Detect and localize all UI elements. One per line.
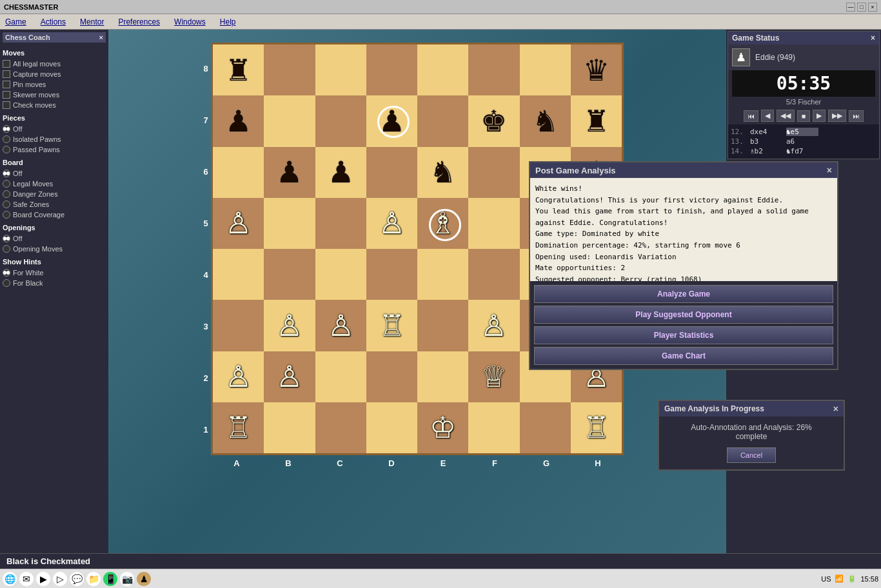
checkbox-check[interactable]: Check moves [3,101,106,109]
board-square[interactable] [366,44,417,95]
board-square[interactable]: ♜ [213,44,264,95]
game-chart-button[interactable]: Game Chart [534,347,833,365]
radio-legal-moves[interactable]: Legal Moves [3,180,106,188]
board-square[interactable] [213,300,264,351]
play-suggested-button[interactable]: Play Suggested Opponent [534,306,833,324]
board-square[interactable] [264,95,315,146]
post-game-close[interactable]: × [827,165,832,175]
checkbox-capture[interactable]: Capture moves [3,70,106,78]
menu-preferences[interactable]: Preferences [115,16,163,28]
board-square[interactable] [520,44,571,95]
radio-for-black[interactable]: For Black [3,279,106,287]
board-square[interactable]: ♔ [417,402,468,453]
board-square[interactable]: ♖ [213,402,264,453]
board-square[interactable] [417,249,468,300]
board-square[interactable]: ♞ [417,147,468,198]
gmail-icon[interactable]: ✉ [19,572,34,586]
messages-icon[interactable]: 💬 [70,572,84,586]
menu-help[interactable]: Help [217,16,239,28]
ctrl-play[interactable]: ▶ [813,110,826,122]
board-square[interactable]: ♙ [468,300,519,351]
board-square[interactable] [366,351,417,402]
board-square[interactable] [264,44,315,95]
board-square[interactable] [417,95,468,146]
board-square[interactable] [264,402,315,453]
board-square[interactable] [366,147,417,198]
chrome-icon[interactable]: 🌐 [3,572,17,586]
board-square[interactable] [417,351,468,402]
analyze-game-button[interactable]: Analyze Game [534,285,833,303]
board-square[interactable]: ♜ [571,95,622,146]
board-square[interactable] [264,198,315,249]
ctrl-back[interactable]: ◀◀ [777,110,795,122]
menu-game[interactable]: Game [3,16,29,28]
board-square[interactable]: ♛ [571,44,622,95]
checkbox-pin[interactable]: Pin moves [3,81,106,88]
radio-passed-pawns[interactable]: Passed Pawns [3,146,106,153]
board-square[interactable] [366,402,417,453]
minimize-button[interactable]: — [846,3,855,12]
radio-safe-zones[interactable]: Safe Zones [3,201,106,208]
radio-board-off[interactable]: Off [3,170,106,177]
board-square[interactable]: ♖ [571,402,622,453]
board-square[interactable] [417,44,468,95]
board-square[interactable] [366,249,417,300]
cancel-button[interactable]: Cancel [727,447,776,463]
board-square[interactable] [315,44,366,95]
board-square[interactable]: ♕ [468,351,519,402]
play-store-icon[interactable]: ▷ [53,572,67,586]
radio-pieces-off[interactable]: Off [3,125,106,133]
board-square[interactable] [315,402,366,453]
board-square[interactable]: ♞ [520,95,571,146]
board-square[interactable] [468,147,519,198]
files-icon[interactable]: 📁 [86,572,101,586]
board-square[interactable]: ♙ [366,198,417,249]
ctrl-stop[interactable]: ■ [797,110,810,122]
checkbox-all-legal[interactable]: All legal moves [3,60,106,68]
board-square[interactable]: ♚ [468,95,519,146]
board-square[interactable] [520,402,571,453]
board-square[interactable]: ♟ [366,95,417,146]
radio-for-white[interactable]: For White [3,269,106,277]
radio-isolated-pawns[interactable]: Isolated Pawns [3,135,106,143]
menu-actions[interactable]: Actions [38,16,68,28]
board-square[interactable]: ♗ [417,198,468,249]
player-statistics-button[interactable]: Player Statistics [534,326,833,344]
menu-mentor[interactable]: Mentor [77,16,106,28]
board-square[interactable] [468,402,519,453]
board-square[interactable] [264,249,315,300]
board-square[interactable] [315,249,366,300]
board-square[interactable] [417,300,468,351]
board-square[interactable] [213,249,264,300]
board-square[interactable]: ♙ [213,351,264,402]
board-square[interactable]: ♟ [315,147,366,198]
ctrl-forward[interactable]: ▶▶ [828,110,846,122]
whatsapp-icon[interactable]: 📱 [103,572,117,586]
board-square[interactable]: ♙ [315,300,366,351]
radio-danger-zones[interactable]: Danger Zones [3,190,106,198]
close-button[interactable]: × [868,3,877,12]
board-square[interactable] [315,95,366,146]
ctrl-last[interactable]: ⏭ [849,110,864,122]
ctrl-prev[interactable]: ◀ [761,110,774,122]
board-square[interactable]: ♙ [213,198,264,249]
menu-windows[interactable]: Windows [172,16,208,28]
youtube-icon[interactable]: ▶ [36,572,50,586]
progress-close[interactable]: × [833,404,838,414]
game-status-close[interactable]: × [871,34,875,43]
board-square[interactable] [468,44,519,95]
board-square[interactable] [315,351,366,402]
board-square[interactable]: ♟ [213,95,264,146]
radio-board-coverage[interactable]: Board Coverage [3,211,106,219]
board-square[interactable] [315,198,366,249]
board-square[interactable] [468,249,519,300]
board-square[interactable]: ♙ [264,351,315,402]
camera-icon[interactable]: 📷 [120,572,134,586]
board-square[interactable] [468,198,519,249]
chess-coach-close[interactable]: × [99,34,103,41]
chess-app-icon[interactable]: ♟ [137,572,151,586]
board-square[interactable] [213,147,264,198]
board-square[interactable]: ♟ [264,147,315,198]
board-square[interactable]: ♙ [264,300,315,351]
radio-openings-off[interactable]: Off [3,235,106,242]
